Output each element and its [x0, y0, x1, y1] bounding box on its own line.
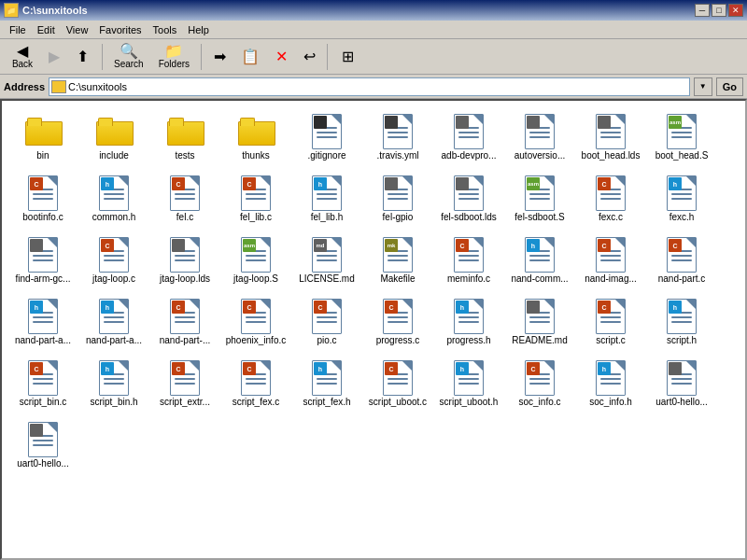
file-item[interactable]: Cnand-part.c	[648, 231, 715, 289]
file-item[interactable]: mdLICENSE.md	[293, 231, 360, 289]
file-item[interactable]: hnand-part-a...	[80, 293, 148, 351]
file-item[interactable]: fel-sdboot.lds	[435, 170, 502, 228]
file-item[interactable]: asmboot_head.S	[648, 108, 715, 166]
file-item[interactable]: Cpio.c	[293, 293, 360, 351]
menu-favorites[interactable]: Favorites	[93, 22, 147, 37]
maximize-button[interactable]: □	[712, 4, 726, 17]
file-item[interactable]: Cphoenix_info.c	[222, 293, 289, 351]
go-button[interactable]: Go	[716, 77, 743, 96]
file-item[interactable]: Cfel.c	[151, 170, 218, 228]
file-item[interactable]: hsoc_info.h	[577, 355, 644, 413]
file-item[interactable]: Cscript_bin.c	[9, 355, 77, 413]
file-item[interactable]: asmfel-sdboot.S	[506, 170, 573, 228]
file-item[interactable]: hscript_uboot.h	[435, 355, 502, 413]
file-icon-wrap: asm	[521, 175, 558, 212]
file-name: nand-comm...	[511, 273, 568, 285]
file-item[interactable]: .gitignore	[293, 108, 360, 166]
views-icon: ⊞	[342, 49, 354, 64]
file-item[interactable]: Cnand-part-...	[151, 293, 218, 351]
file-item[interactable]: hprogress.h	[435, 293, 502, 351]
views-button[interactable]: ⊞	[332, 41, 362, 73]
file-item[interactable]: uart0-hello...	[648, 355, 715, 413]
file-item[interactable]: Cscript_extr...	[151, 355, 218, 413]
menu-help[interactable]: Help	[182, 22, 215, 37]
file-item[interactable]: jtag-loop.lds	[151, 231, 218, 289]
file-icon-wrap: mk	[379, 236, 416, 273]
file-grid: binincludeteststhunks.gitignore.travis.y…	[9, 108, 738, 474]
file-type-badge	[456, 177, 469, 190]
address-dropdown[interactable]: ▼	[694, 77, 712, 96]
folders-button[interactable]: 📁 Folders	[152, 41, 196, 73]
menu-view[interactable]: View	[61, 22, 94, 37]
file-item[interactable]: Cfexc.c	[577, 170, 644, 228]
file-item[interactable]: hscript.h	[648, 293, 715, 351]
file-item[interactable]: Cmeminfo.c	[435, 231, 502, 289]
file-item[interactable]: hfexc.h	[648, 170, 715, 228]
file-item[interactable]: hscript_fex.h	[293, 355, 360, 413]
forward-icon: ▶	[49, 49, 60, 64]
file-name: .gitignore	[307, 150, 345, 161]
back-button[interactable]: ◀ Back	[4, 41, 41, 73]
toolbar-separator-3	[327, 44, 328, 70]
file-icon-wrap: h	[450, 359, 487, 397]
file-item[interactable]: boot_head.lds	[577, 108, 644, 166]
search-button[interactable]: 🔍 Search	[107, 41, 150, 73]
file-type-badge: h	[30, 301, 43, 314]
file-item[interactable]: Cprogress.c	[364, 293, 431, 351]
file-name: progress.c	[376, 335, 420, 346]
file-item[interactable]: hfel_lib.h	[293, 170, 360, 228]
address-path[interactable]: C:\sunxitools	[68, 81, 687, 92]
file-item[interactable]: bin	[9, 108, 77, 166]
file-item[interactable]: thunks	[222, 108, 289, 166]
file-type-badge: h	[101, 362, 114, 375]
file-area: binincludeteststhunks.gitignore.travis.y…	[0, 99, 747, 560]
file-item[interactable]: .travis.yml	[364, 108, 431, 166]
file-item[interactable]: hscript_bin.h	[80, 355, 148, 413]
document-icon: C	[99, 237, 129, 273]
file-type-badge: C	[101, 239, 114, 252]
file-item[interactable]: Cfel_lib.c	[222, 170, 289, 228]
file-item[interactable]: uart0-hello...	[9, 416, 77, 474]
file-item[interactable]: hcommon.h	[80, 170, 148, 228]
file-item[interactable]: Cscript_fex.c	[222, 355, 289, 413]
file-item[interactable]: Cbootinfo.c	[9, 170, 77, 228]
file-item[interactable]: find-arm-gc...	[9, 231, 77, 289]
undo-icon: ↩	[303, 49, 316, 64]
file-item[interactable]: tests	[151, 108, 218, 166]
file-item[interactable]: include	[80, 108, 148, 166]
menu-edit[interactable]: Edit	[32, 22, 61, 37]
file-item[interactable]: Cjtag-loop.c	[80, 231, 148, 289]
file-item[interactable]: mkMakefile	[364, 231, 431, 289]
file-type-badge: h	[314, 362, 327, 375]
copy-button[interactable]: 📋	[234, 41, 266, 73]
file-item[interactable]: Cscript_uboot.c	[364, 355, 431, 413]
file-item[interactable]: autoversio...	[506, 108, 573, 166]
menu-file[interactable]: File	[4, 22, 32, 37]
file-item[interactable]: fel-gpio	[364, 170, 431, 228]
file-item[interactable]: README.md	[506, 293, 573, 351]
folder-icon	[96, 118, 132, 146]
forward-button[interactable]: ▶	[43, 41, 65, 73]
file-icon-wrap: C	[166, 359, 204, 397]
file-name: find-arm-gc...	[16, 273, 71, 285]
close-button[interactable]: ✕	[728, 4, 743, 17]
menu-tools[interactable]: Tools	[148, 22, 183, 37]
file-type-badge: md	[314, 239, 327, 252]
up-button[interactable]: ⬆	[67, 41, 97, 73]
address-bar: Address C:\sunxitools ▼ Go	[0, 75, 747, 99]
file-item[interactable]: asmjtag-loop.S	[222, 231, 289, 289]
undo-button[interactable]: ↩	[296, 41, 322, 73]
file-item[interactable]: Cnand-imag...	[577, 231, 644, 289]
file-item[interactable]: Cscript.c	[577, 293, 644, 351]
file-name: fexc.c	[599, 212, 623, 223]
document-icon	[454, 175, 484, 211]
move-button[interactable]: ➡	[206, 41, 233, 73]
file-item[interactable]: hnand-part-a...	[9, 293, 77, 351]
delete-button[interactable]: ✕	[268, 41, 294, 73]
minimize-button[interactable]: ─	[695, 4, 710, 17]
file-name: nand-part.c	[658, 273, 706, 285]
document-icon	[596, 114, 626, 149]
file-item[interactable]: Csoc_info.c	[506, 355, 573, 413]
file-item[interactable]: adb-devpro...	[435, 108, 502, 166]
file-item[interactable]: hnand-comm...	[506, 231, 573, 289]
